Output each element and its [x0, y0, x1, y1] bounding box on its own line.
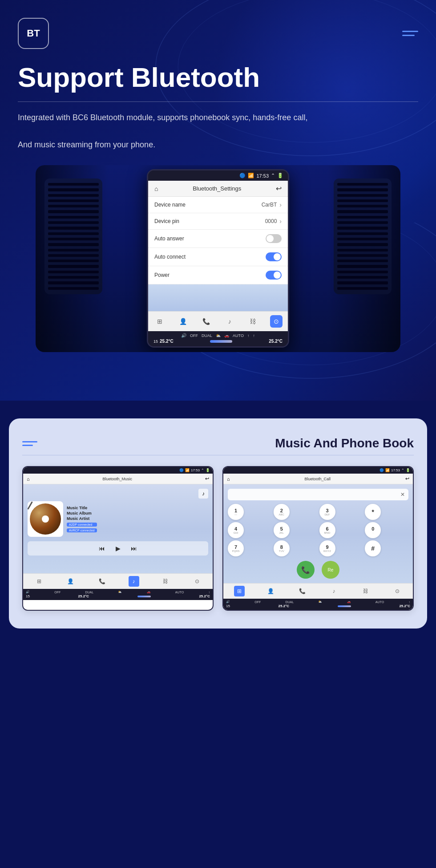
auto-answer-toggle[interactable] [266, 234, 282, 243]
c-grid-icon[interactable]: ⊞ [234, 586, 245, 596]
auto-connect-toggle[interactable] [266, 252, 282, 261]
tab-bluetooth-icon[interactable]: ⊙ [270, 315, 283, 328]
c-link-icon[interactable]: ⛓ [360, 586, 371, 596]
dial-8[interactable]: 8TUV [274, 540, 290, 556]
hamburger-menu[interactable] [402, 31, 418, 36]
tablet-bottom-bar: ⊞ 👤 📞 ♪ ⛓ ⊙ [148, 311, 288, 331]
music-navbar: ⌂ Bluetooth_Music ↩ [23, 474, 213, 484]
mc-up: ↑ [208, 591, 210, 594]
call-navbar: ⌂ Bluetooth_Call ↩ [223, 474, 413, 484]
tab-person-icon[interactable]: 👤 [177, 315, 189, 328]
main-tablet-screen: 🔵 📶 17:53 ⌃ 🔋 ⌂ Bluetooth_Settings ↩ [147, 169, 289, 348]
prev-button[interactable]: ⏮ [97, 544, 106, 553]
call-home-icon[interactable]: ⌂ [227, 476, 230, 482]
music-home-icon[interactable]: ⌂ [27, 476, 30, 482]
device-name-value: CarBT › [262, 201, 282, 208]
call-wifi-icon: 📶 [385, 468, 390, 472]
call-clear-btn[interactable]: ✕ [400, 491, 405, 498]
m-phone-icon[interactable]: 📞 [97, 576, 108, 587]
m-bt-icon[interactable]: ⊙ [192, 576, 202, 587]
home-icon[interactable]: ⌂ [154, 185, 158, 192]
play-button[interactable]: ▶ [113, 544, 122, 553]
tab-phone-icon[interactable]: 📞 [200, 315, 213, 328]
subtitle-line1: Integrated with BC6 Bluetooth module, su… [18, 113, 307, 122]
c-phone-icon[interactable]: 📞 [297, 586, 308, 596]
mc-auto: AUTO [175, 591, 184, 594]
dial-0[interactable]: 0· [365, 522, 381, 538]
call-nav-title: Bluetooth_Call [305, 477, 331, 481]
call-battery: 🔋 [406, 468, 410, 472]
bottom-header: Music And Phone Book [22, 436, 414, 450]
temp-left: 25.2°C [160, 339, 174, 344]
device-name-label: Device name [154, 202, 186, 208]
car-display-area: 🔵 📶 17:53 ⌃ 🔋 ⌂ Bluetooth_Settings ↩ [18, 165, 418, 352]
cc-dual: DUAL [285, 600, 294, 604]
top-section: BT Support Bluetooth Integrated with BC6… [0, 0, 436, 401]
music-signal: ⌃ [201, 468, 204, 472]
c-person-icon[interactable]: 👤 [266, 586, 276, 596]
cc-off: OFF [254, 600, 261, 604]
tab-grid-icon[interactable]: ⊞ [153, 315, 166, 328]
redial-button[interactable]: Re [322, 561, 339, 579]
album-art [28, 501, 63, 537]
chevron-icon-2: › [279, 218, 282, 225]
call-back-icon[interactable]: ↩ [405, 476, 409, 482]
dial-9[interactable]: 9WXYZ [319, 540, 335, 556]
mc-dual: DUAL [85, 591, 93, 594]
call-climate-bar: 🔊 OFF DUAL ⛅ 🚗 AUTO ↑ 15 25.2°C 25.2°C [223, 599, 413, 610]
climate-off: OFF [190, 333, 198, 338]
dial-1[interactable]: 1— [228, 504, 244, 520]
tab-music-icon[interactable]: ♪ [223, 315, 236, 328]
dial-5[interactable]: 5JKL [274, 522, 290, 538]
dial-hash[interactable]: # [365, 540, 381, 556]
dial-6[interactable]: 6MNO [319, 522, 335, 538]
power-row[interactable]: Power [148, 266, 288, 284]
call-input-field[interactable]: ✕ [228, 489, 408, 500]
climate-vol-icon: 🔊 [181, 333, 186, 338]
music-bt-icon: 🔵 [179, 468, 184, 472]
tab-link-icon[interactable]: ⛓ [246, 315, 259, 328]
dial-4[interactable]: 4GHI [228, 522, 244, 538]
device-pin-label: Device pin [154, 218, 179, 224]
device-name-row[interactable]: Device name CarBT › [148, 197, 288, 213]
auto-answer-row[interactable]: Auto answer [148, 230, 288, 248]
vent-right [334, 178, 392, 294]
dial-star[interactable]: * [365, 504, 381, 520]
music-status-bar: 🔵 📶 17:53 ⌃ 🔋 [23, 467, 213, 474]
c-bt-icon[interactable]: ⊙ [392, 586, 403, 596]
climate-cloud: ⛅ [216, 333, 221, 338]
m-music-icon[interactable]: ♪ [129, 576, 139, 587]
header-row: BT [18, 18, 418, 49]
playback-controls: ⏮ ▶ ⏭ [28, 541, 208, 556]
call-button[interactable]: 📞 [297, 561, 315, 579]
next-button[interactable]: ⏭ [129, 544, 138, 553]
power-toggle[interactable] [266, 271, 282, 280]
call-bottom-bar: ⊞ 👤 📞 ♪ ⛓ ⊙ [223, 583, 413, 599]
music-back-icon[interactable]: ↩ [205, 476, 209, 482]
music-bottom-bar: ⊞ 👤 📞 ♪ ⛓ ⊙ [23, 573, 213, 589]
music-wifi-icon: 📶 [185, 468, 190, 472]
device-pin-row[interactable]: Device pin 0000 › [148, 213, 288, 230]
m-link-icon[interactable]: ⛓ [160, 576, 171, 587]
vent-left [44, 178, 102, 294]
music-note-btn[interactable]: ♪ [198, 489, 208, 499]
bt-icon: 🔵 [239, 173, 246, 178]
m-grid-icon[interactable]: ⊞ [34, 576, 44, 587]
bottom-hamburger-icon[interactable] [22, 441, 37, 446]
power-label: Power [154, 272, 170, 278]
fan-level: 15 [153, 339, 158, 344]
dial-3[interactable]: 3DEF [319, 504, 335, 520]
m-person-icon[interactable]: 👤 [65, 576, 76, 587]
mc-fan: 15 [26, 594, 30, 598]
auto-connect-row[interactable]: Auto connect [148, 248, 288, 266]
wifi-icon: 📶 [248, 173, 254, 178]
cc-fan: 15 [226, 604, 230, 608]
call-bt-icon: 🔵 [379, 468, 384, 472]
c-music-icon[interactable]: ♪ [329, 586, 339, 596]
cc-car: 🚗 [347, 600, 351, 604]
call-actions: 📞 Re [228, 561, 408, 579]
page-title: Support Bluetooth [18, 62, 418, 93]
dial-2[interactable]: 2ABC [274, 504, 290, 520]
back-arrow-icon[interactable]: ↩ [276, 184, 282, 193]
dial-7[interactable]: 7PQRS [228, 540, 244, 556]
